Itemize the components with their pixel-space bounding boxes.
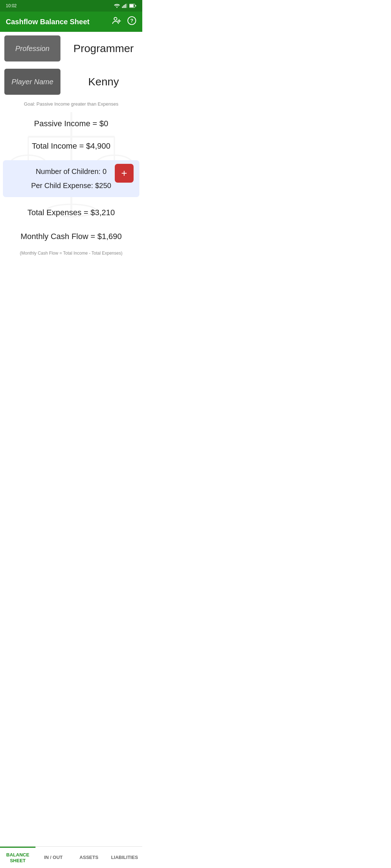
total-expenses: Total Expenses = $3,210 xyxy=(0,200,142,225)
status-bar: 10:02 xyxy=(0,0,142,12)
svg-rect-1 xyxy=(122,7,123,8)
svg-point-0 xyxy=(117,7,118,8)
goal-text: Goal: Passive Income greater than Expens… xyxy=(0,98,142,112)
per-child-expense: Per Child Expense: $250 xyxy=(9,182,134,190)
svg-rect-2 xyxy=(123,5,124,8)
svg-text:?: ? xyxy=(130,18,134,24)
svg-rect-5 xyxy=(126,4,127,8)
passive-income: Passive Income = $0 xyxy=(0,112,142,135)
status-time: 10:02 xyxy=(6,3,17,8)
signal-icon xyxy=(122,4,127,8)
player-name-value: Kenny xyxy=(65,76,142,88)
profession-value: Programmer xyxy=(65,42,142,55)
wifi-icon xyxy=(114,4,120,8)
header-actions: ? xyxy=(112,16,136,27)
player-name-label: Player Name xyxy=(12,78,54,86)
main-content: Profession Programmer Player Name Kenny … xyxy=(0,32,142,290)
time-display: 10:02 xyxy=(6,3,17,8)
svg-rect-3 xyxy=(124,5,125,8)
monthly-cash-flow: Monthly Cash Flow = $1,690 xyxy=(0,225,142,248)
formula-note: (Monthly Cash Flow = Total Income - Tota… xyxy=(0,248,142,261)
svg-rect-4 xyxy=(125,4,126,8)
help-icon[interactable]: ? xyxy=(127,16,136,27)
profession-row: Profession Programmer xyxy=(0,32,142,65)
player-name-label-box: Player Name xyxy=(4,69,60,95)
battery-icon xyxy=(129,4,136,8)
svg-rect-8 xyxy=(135,5,136,7)
children-section: Number of Children: 0 + Per Child Expens… xyxy=(3,160,139,197)
add-child-button[interactable]: + xyxy=(115,164,134,183)
svg-point-9 xyxy=(114,17,117,20)
status-icons xyxy=(114,4,136,8)
header: Cashflow Balance Sheet ? xyxy=(0,12,142,32)
page-title: Cashflow Balance Sheet xyxy=(6,18,89,26)
total-income: Total Income = $4,900 xyxy=(0,135,142,157)
player-name-row: Player Name Kenny xyxy=(0,65,142,98)
svg-rect-7 xyxy=(130,4,134,7)
add-person-icon[interactable] xyxy=(112,16,121,27)
profession-label-box: Profession xyxy=(4,35,60,61)
profession-label: Profession xyxy=(15,44,50,53)
